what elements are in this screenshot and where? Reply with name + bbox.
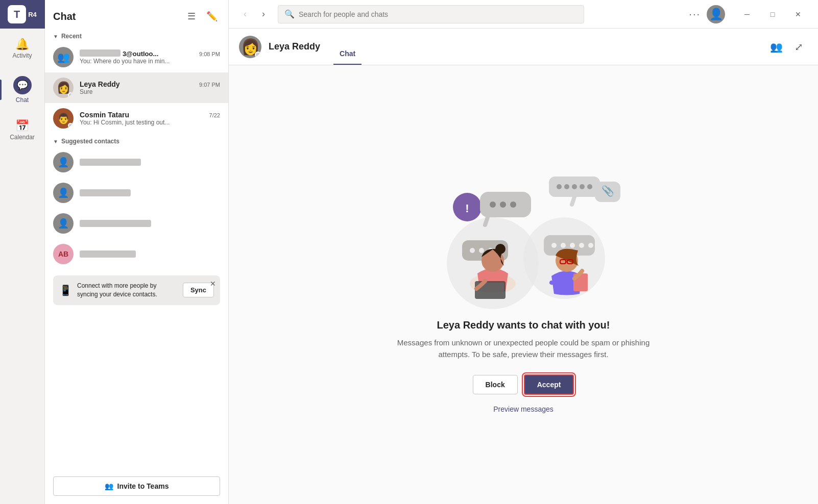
sidebar-item-chat[interactable]: 💬 Chat — [0, 69, 45, 110]
sidebar-item-label: Activity — [12, 52, 32, 59]
recent-arrow-icon: ▼ — [53, 34, 58, 39]
svg-point-7 — [580, 184, 585, 189]
contact-avatar: 👩 — [239, 36, 261, 58]
svg-point-25 — [570, 243, 575, 248]
svg-point-8 — [587, 184, 592, 189]
close-button[interactable]: ✕ — [786, 6, 810, 22]
svg-point-20 — [479, 248, 484, 253]
tab-chat[interactable]: Chat — [333, 29, 362, 65]
svg-text:📎: 📎 — [602, 185, 614, 197]
participants-button[interactable]: 👥 — [767, 38, 785, 56]
chat-info: Leya Reddy 9:07 PM Sure — [80, 80, 220, 95]
svg-point-4 — [557, 184, 562, 189]
minimize-button[interactable]: ─ — [735, 6, 759, 22]
suggested-name — [80, 250, 136, 258]
top-bar: ‹ › 🔍 ··· 👤 ─ □ ✕ — [229, 0, 818, 29]
chat-list-item[interactable]: 👨 Cosmin Tataru 7/22 You: Hi Cosmin, jus… — [45, 103, 228, 134]
sidebar-item-label: Calendar — [10, 134, 35, 141]
invite-title: Leya Reddy wants to chat with you! — [380, 319, 666, 331]
preview-messages-link[interactable]: Preview messages — [493, 405, 554, 413]
avatar: AB — [53, 244, 74, 264]
activity-icon: 🔔 — [15, 39, 29, 50]
avatar: 👨 — [53, 108, 74, 129]
invite-icon: 👥 — [105, 482, 113, 490]
chat-list-item[interactable]: 👥 3@outloo... 9:08 PM You: Where do you … — [45, 42, 228, 72]
user-avatar[interactable]: 👤 — [707, 5, 725, 23]
compose-button[interactable]: ✏️ — [204, 8, 220, 24]
svg-point-15 — [500, 201, 506, 208]
suggested-contact-item[interactable]: 👤 — [45, 147, 228, 178]
suggested-name — [80, 189, 131, 196]
block-button[interactable]: Block — [473, 375, 518, 394]
svg-line-17 — [485, 217, 488, 225]
avatar-status — [68, 92, 73, 97]
nav-bar: T R4 🔔 Activity 💬 Chat 📅 Calendar — [0, 0, 45, 504]
close-icon: ✕ — [210, 280, 216, 288]
recent-section-label[interactable]: ▼ Recent — [45, 29, 228, 42]
compose-icon: ✏️ — [206, 11, 218, 22]
svg-point-14 — [490, 201, 496, 208]
sidebar-item-calendar[interactable]: 📅 Calendar — [0, 110, 45, 151]
maximize-button[interactable]: □ — [761, 6, 784, 22]
sidebar-section: ▼ Recent 👥 3@outloo... 9:08 PM — [45, 29, 228, 311]
sync-close-button[interactable]: ✕ — [210, 280, 216, 288]
open-window-button[interactable]: ⤢ — [789, 38, 808, 56]
chat-actions: Block Accept — [473, 374, 574, 395]
window-controls: ─ □ ✕ — [735, 6, 810, 22]
filter-button[interactable]: ☰ — [183, 8, 200, 24]
search-input[interactable] — [299, 10, 578, 18]
participants-icon: 👥 — [770, 41, 783, 53]
forward-button[interactable]: › — [255, 6, 272, 22]
search-icon: 🔍 — [284, 9, 295, 19]
svg-text:!: ! — [465, 202, 469, 215]
svg-point-30 — [495, 244, 506, 254]
app-initials: R4 — [28, 11, 37, 18]
svg-point-16 — [510, 201, 516, 208]
sidebar-item-activity[interactable]: 🔔 Activity — [0, 29, 45, 69]
suggested-contact-item[interactable]: AB — [45, 239, 228, 269]
teams-icon: T — [8, 5, 26, 23]
contact-status — [255, 52, 261, 58]
invite-description: Messages from unknown or unexpected peop… — [380, 337, 666, 360]
open-window-icon: ⤢ — [795, 41, 803, 53]
chat-list-item[interactable]: 👩 Leya Reddy 9:07 PM Sure — [45, 72, 228, 103]
sidebar-item-label: Chat — [16, 96, 29, 104]
chat-illustration: 📎 ! — [421, 156, 625, 309]
suggested-name — [80, 159, 141, 166]
sidebar-scroll-area: ▼ Recent 👥 3@outloo... 9:08 PM — [45, 29, 228, 472]
sync-banner-text: Connect with more people by syncing your… — [77, 282, 178, 299]
back-button[interactable]: ‹ — [237, 6, 253, 22]
svg-point-5 — [564, 184, 569, 189]
avatar: 👤 — [53, 152, 74, 172]
svg-point-27 — [588, 243, 593, 248]
sync-button[interactable]: Sync — [183, 283, 214, 297]
avatar: 👥 — [53, 47, 74, 67]
search-box[interactable]: 🔍 — [278, 5, 584, 23]
phone-icon: 📱 — [59, 284, 72, 296]
invite-to-teams-button[interactable]: 👥 Invite to Teams — [53, 476, 220, 496]
main-area: ‹ › 🔍 ··· 👤 ─ □ ✕ 👩 Leya Reddy Chat — [229, 0, 818, 504]
svg-line-3 — [572, 197, 574, 205]
suggested-contact-item[interactable]: 👤 — [45, 178, 228, 208]
more-options-button[interactable]: ··· — [689, 8, 701, 20]
chat-info: 3@outloo... 9:08 PM You: Where do you ha… — [80, 49, 220, 65]
top-bar-right: ··· 👤 ─ □ ✕ — [689, 5, 810, 23]
nav-arrows: ‹ › — [237, 6, 272, 22]
suggested-contact-item[interactable]: 👤 — [45, 208, 228, 239]
chat-tabs: Chat — [333, 29, 362, 65]
suggested-arrow-icon: ▼ — [53, 139, 58, 144]
contact-name: Leya Reddy — [269, 41, 320, 52]
avatar: 👤 — [53, 183, 74, 203]
filter-icon: ☰ — [187, 11, 196, 22]
svg-point-19 — [470, 248, 475, 253]
avatar-status — [68, 123, 73, 128]
chat-header-actions: 👥 ⤢ — [767, 38, 808, 56]
chat-header: 👩 Leya Reddy Chat 👥 ⤢ — [229, 29, 818, 65]
accept-button[interactable]: Accept — [524, 374, 574, 395]
sidebar-actions: ☰ ✏️ — [183, 8, 220, 24]
chat-nav-icon: 💬 — [13, 76, 32, 94]
suggested-section-label[interactable]: ▼ Suggested contacts — [45, 134, 228, 147]
sync-banner: 📱 Connect with more people by syncing yo… — [53, 275, 220, 305]
chat-sidebar: Chat ☰ ✏️ ▼ Recent 👥 — [45, 0, 229, 504]
chat-info: Cosmin Tataru 7/22 You: Hi Cosmin, just … — [80, 111, 220, 126]
